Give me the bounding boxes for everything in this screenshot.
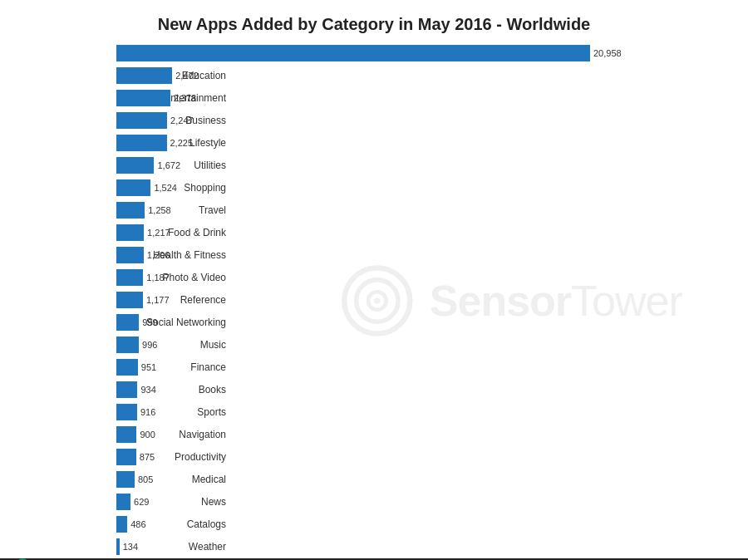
- bar-row: Sports916: [116, 401, 706, 423]
- bar-fill: [116, 516, 127, 533]
- bar-row: Navigation900: [116, 424, 706, 445]
- chart-body: SensorTower Games20,958Education2,472Ent…: [0, 42, 748, 558]
- bar-fill: [116, 449, 136, 465]
- bar-fill: [116, 247, 144, 263]
- bar-row: Finance951: [116, 356, 706, 378]
- bar-value: 805: [138, 474, 153, 484]
- bar-row: Health & Fitness1,206: [116, 244, 706, 266]
- bar-track: 1,217: [116, 224, 706, 241]
- bar-track: 934: [116, 381, 706, 398]
- bar-track: 951: [116, 359, 706, 376]
- bar-track: 1,672: [116, 157, 706, 174]
- bar-row: Utilities1,672: [116, 155, 706, 176]
- bar-value: 629: [134, 497, 149, 507]
- bar-fill: [116, 494, 130, 510]
- bar-track: 2,378: [116, 90, 706, 106]
- bar-track: 1,187: [116, 269, 706, 286]
- bar-fill: [116, 135, 167, 151]
- bar-value: 2,247: [170, 115, 194, 125]
- bar-fill: [116, 90, 170, 106]
- bar-row: Education2,472: [116, 65, 706, 86]
- bar-value: 2,225: [170, 138, 194, 148]
- bar-fill: [116, 292, 143, 308]
- bar-fill: [116, 471, 135, 488]
- bar-value: 1,672: [157, 160, 180, 170]
- bar-track: 1,177: [116, 292, 706, 308]
- bar-track: 2,225: [116, 135, 706, 151]
- bar-row: Shopping1,524: [116, 177, 706, 199]
- bar-row: Business2,247: [116, 110, 706, 131]
- chart-title: New Apps Added by Category in May 2016 -…: [0, 0, 748, 42]
- bar-fill: [116, 404, 137, 420]
- bar-track: 486: [116, 516, 706, 533]
- bar-fill: [116, 381, 137, 398]
- bar-row: Medical805: [116, 469, 706, 490]
- bar-track: 875: [116, 449, 706, 465]
- bar-track: 629: [116, 494, 706, 510]
- bar-row: Entertainment2,378: [116, 87, 706, 109]
- bar-value: 996: [142, 340, 157, 350]
- bar-row: Social Networking999: [116, 312, 706, 333]
- bar-fill: [116, 359, 138, 376]
- bar-track: 1,524: [116, 179, 706, 196]
- bar-row: Music996: [116, 334, 706, 356]
- bar-fill: [116, 426, 136, 443]
- bar-value: 1,187: [146, 273, 170, 282]
- bar-fill: [116, 179, 150, 196]
- bar-value: 2,472: [175, 71, 199, 81]
- bar-fill: [116, 269, 143, 286]
- bar-row: News629: [116, 491, 706, 513]
- bar-value: 20,958: [593, 48, 622, 58]
- chart-container: New Apps Added by Category in May 2016 -…: [0, 0, 748, 560]
- bar-fill: [116, 336, 139, 353]
- bar-row: Photo & Video1,187: [116, 267, 706, 288]
- bar-track: 999: [116, 314, 706, 331]
- bar-value: 486: [130, 519, 145, 529]
- bar-fill: [116, 202, 145, 219]
- bar-row: Food & Drink1,217: [116, 222, 706, 243]
- bar-value: 916: [140, 407, 155, 417]
- bar-value: 875: [140, 452, 155, 462]
- bar-value: 1,206: [147, 250, 170, 260]
- bar-track: 2,472: [116, 67, 706, 84]
- bar-fill: [116, 157, 154, 174]
- bar-row: Reference1,177: [116, 289, 706, 311]
- bar-track: 996: [116, 336, 706, 353]
- bars-area: Games20,958Education2,472Entertainment2,…: [0, 42, 731, 558]
- bar-track: 805: [116, 471, 706, 488]
- bar-fill: [116, 45, 590, 61]
- bar-track: 134: [116, 538, 706, 555]
- bar-row: Lifestyle2,225: [116, 132, 706, 154]
- bar-value: 134: [123, 542, 138, 552]
- bar-fill: [116, 314, 139, 331]
- bar-fill: [116, 112, 167, 129]
- bar-row: Games20,958: [116, 42, 706, 64]
- bar-row: Weather134: [116, 536, 706, 558]
- bar-track: 900: [116, 426, 706, 443]
- bar-value: 934: [140, 385, 155, 395]
- bar-row: Productivity875: [116, 446, 706, 468]
- bar-value: 1,217: [147, 228, 170, 238]
- bar-fill: [116, 67, 172, 84]
- bar-value: 1,177: [146, 295, 170, 305]
- bar-row: Travel1,258: [116, 199, 706, 221]
- bar-value: 999: [142, 317, 157, 327]
- bar-fill: [116, 224, 144, 241]
- bar-value: 1,524: [154, 183, 177, 193]
- bar-track: 1,258: [116, 202, 706, 219]
- bar-track: 20,958: [116, 45, 706, 61]
- bar-track: 2,247: [116, 112, 706, 129]
- bar-row: Catalogs486: [116, 513, 706, 535]
- bar-value: 900: [140, 430, 155, 440]
- bar-fill: [116, 538, 120, 555]
- bar-track: 1,206: [116, 247, 706, 263]
- bar-value: 1,258: [148, 205, 171, 215]
- bar-value: 2,378: [174, 93, 197, 103]
- bar-track: 916: [116, 404, 706, 420]
- bar-value: 951: [141, 362, 156, 372]
- bar-row: Books934: [116, 379, 706, 400]
